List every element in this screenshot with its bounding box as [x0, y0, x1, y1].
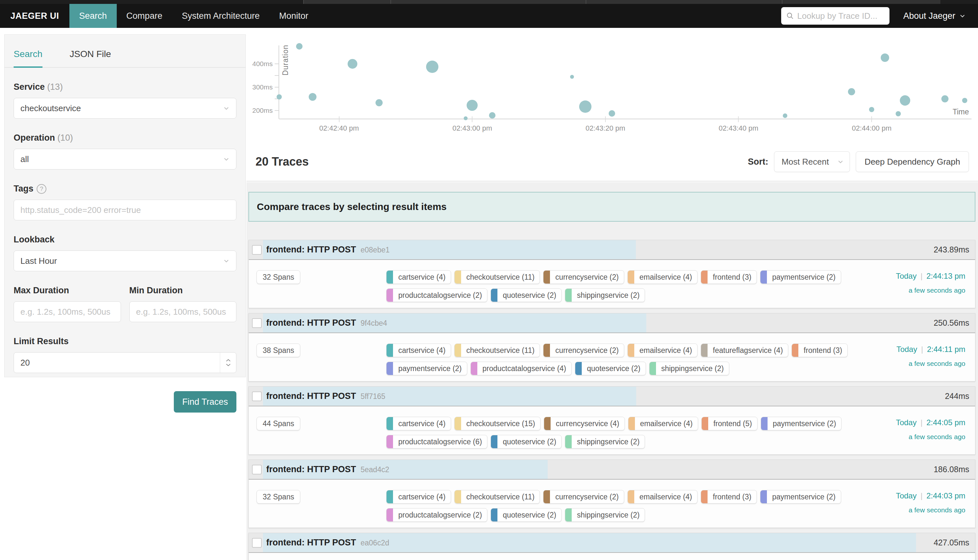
trace-card-header[interactable]: frontend: HTTP POST5ead4c2 186.08ms: [249, 460, 975, 480]
trace-scatter-point[interactable]: [296, 43, 302, 50]
service-color-swatch: [544, 344, 550, 357]
trace-scatter-point[interactable]: [426, 61, 439, 73]
trace-scatter-point[interactable]: [609, 110, 615, 117]
service-tag-label: emailservice (4): [635, 419, 698, 428]
service-tag-label: currencyservice (4): [551, 419, 624, 428]
nav-menu-item-monitor[interactable]: Monitor: [269, 4, 318, 28]
trace-scatter-point[interactable]: [962, 98, 967, 103]
trace-card-header[interactable]: frontend: HTTP POSTe08ebe1 243.89ms: [249, 240, 975, 260]
trace-scatter-point[interactable]: [881, 53, 889, 62]
main-menu: SearchCompareSystem ArchitectureMonitor: [69, 4, 318, 28]
trace-result-card[interactable]: frontend: HTTP POSTea06c2d 427.05ms 38 S…: [249, 533, 975, 560]
trace-scatter-point[interactable]: [309, 93, 317, 101]
span-count-chip: 32 Spans: [257, 270, 300, 284]
trace-scatter-point[interactable]: [579, 100, 591, 113]
trace-result-card[interactable]: frontend: HTTP POST5ff7165 244ms 44 Span…: [249, 386, 975, 455]
trace-duration: 250.56ms: [934, 318, 975, 328]
y-axis-tick-label: 400ms: [252, 60, 273, 68]
trace-title: frontend: HTTP POSTe08ebe1: [266, 245, 390, 255]
trace-time-link[interactable]: 2:44:03 pm: [926, 491, 965, 500]
trace-scatter-point[interactable]: [348, 59, 357, 69]
service-tag-label: emailservice (4): [634, 273, 697, 282]
trace-scatter-point[interactable]: [848, 88, 855, 95]
number-stepper[interactable]: [220, 353, 236, 373]
trace-duration: 243.89ms: [934, 245, 975, 254]
trace-result-card[interactable]: frontend: HTTP POST9f4cbe4 250.56ms 38 S…: [249, 313, 975, 382]
trace-scatter-point[interactable]: [277, 94, 282, 100]
nav-menu-item-compare[interactable]: Compare: [117, 4, 172, 28]
trace-operation-name: frontend: HTTP POST: [266, 391, 356, 401]
trace-date-link[interactable]: Today: [896, 418, 917, 427]
sort-select[interactable]: Most Recent: [774, 151, 850, 172]
lookback-select[interactable]: Last Hour: [13, 250, 236, 271]
service-color-swatch: [701, 271, 708, 283]
trace-card-header[interactable]: frontend: HTTP POST9f4cbe4 250.56ms: [249, 313, 975, 333]
y-axis-tick: [275, 75, 279, 76]
trace-title: frontend: HTTP POST9f4cbe4: [266, 318, 387, 328]
service-tag-shippingservice: shippingservice (2): [649, 362, 729, 375]
trace-scatter-point[interactable]: [570, 75, 574, 79]
trace-datetime: Today|2:44:13 pm: [896, 272, 965, 281]
service-select-value: checkoutservice: [20, 103, 81, 113]
trace-scatter-point[interactable]: [467, 100, 478, 111]
trace-scatter-point[interactable]: [896, 111, 901, 116]
trace-time-link[interactable]: 2:44:11 pm: [927, 345, 965, 353]
trace-date-link[interactable]: Today: [896, 345, 917, 353]
trace-card-header[interactable]: frontend: HTTP POST5ff7165 244ms: [249, 387, 975, 407]
x-axis-tick-label: 02:43:20 pm: [586, 124, 625, 133]
top-nav-bar: JAEGER UI SearchCompareSystem Architectu…: [0, 4, 978, 28]
operation-select[interactable]: all: [13, 149, 236, 170]
x-axis-tick: [472, 116, 472, 122]
trace-timestamp: Today|2:44:13 pm a few seconds ago: [896, 272, 969, 294]
trace-select-checkbox[interactable]: [252, 318, 262, 328]
trace-time-link[interactable]: 2:44:05 pm: [926, 418, 965, 427]
find-traces-button[interactable]: Find Traces: [174, 391, 236, 413]
trace-scatter-point[interactable]: [464, 116, 467, 120]
service-tag-label: cartservice (4): [393, 419, 451, 428]
service-select[interactable]: checkoutservice: [13, 98, 236, 118]
about-jaeger-menu[interactable]: About Jaeger: [903, 11, 966, 21]
service-tag-label: checkoutservice (11): [461, 346, 540, 355]
trace-id-search[interactable]: [781, 7, 890, 25]
trace-scatter-point[interactable]: [489, 112, 496, 118]
min-duration-input[interactable]: [136, 307, 230, 317]
trace-result-card[interactable]: frontend: HTTP POST5ead4c2 186.08ms 32 S…: [249, 460, 975, 528]
trace-scatter-point[interactable]: [900, 95, 910, 106]
trace-relative-time: a few seconds ago: [896, 287, 965, 294]
deep-dependency-graph-button[interactable]: Deep Dependency Graph: [856, 151, 969, 172]
service-tag-frontend: frontend (3): [791, 343, 848, 357]
max-duration-input[interactable]: [20, 307, 114, 317]
trace-duration: 186.08ms: [934, 465, 975, 474]
datetime-separator: |: [921, 272, 923, 280]
service-tag-productcatalogservice: productcatalogservice (2): [386, 508, 487, 522]
trace-card-header[interactable]: frontend: HTTP POSTea06c2d 427.05ms: [249, 533, 975, 553]
tab-json-file[interactable]: JSON File: [70, 49, 111, 67]
service-tag-label: productcatalogservice (6): [393, 438, 487, 446]
x-axis-tick: [871, 116, 872, 122]
app-logo[interactable]: JAEGER UI: [0, 4, 69, 28]
nav-menu-item-system-architecture[interactable]: System Architecture: [172, 4, 269, 28]
help-icon[interactable]: ?: [37, 184, 47, 194]
limit-results-input[interactable]: [20, 358, 217, 368]
trace-date-link[interactable]: Today: [896, 272, 917, 280]
trace-scatter-point[interactable]: [783, 113, 787, 118]
trace-card-body: 44 Spans cartservice (4)checkoutservice …: [249, 407, 975, 454]
trace-select-checkbox[interactable]: [252, 465, 262, 475]
trace-time-link[interactable]: 2:44:13 pm: [926, 272, 965, 280]
trace-operation-name: frontend: HTTP POST: [266, 538, 356, 547]
trace-result-card[interactable]: frontend: HTTP POSTe08ebe1 243.89ms 32 S…: [249, 240, 975, 308]
service-color-swatch: [455, 271, 461, 283]
tab-search[interactable]: Search: [13, 49, 42, 67]
x-axis-tick: [738, 116, 739, 122]
trace-scatter-point[interactable]: [941, 95, 948, 102]
trace-date-link[interactable]: Today: [896, 491, 917, 500]
tags-input[interactable]: [20, 205, 230, 215]
trace-select-checkbox[interactable]: [252, 392, 262, 401]
trace-select-checkbox[interactable]: [252, 245, 262, 255]
trace-id-input[interactable]: [798, 11, 885, 21]
x-axis-tick-label: 02:44:00 pm: [852, 124, 891, 133]
trace-scatter-point[interactable]: [376, 99, 383, 106]
nav-menu-item-search[interactable]: Search: [69, 4, 117, 28]
trace-select-checkbox[interactable]: [252, 538, 262, 548]
trace-scatter-point[interactable]: [869, 107, 874, 112]
